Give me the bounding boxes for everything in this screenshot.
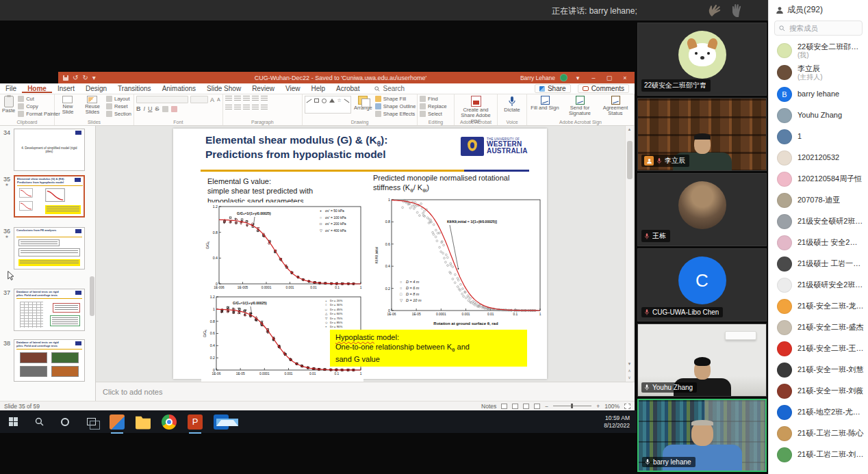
task-view-button[interactable]: [78, 410, 104, 433]
member-row-16[interactable]: 21硕-安全一班-刘薇: [769, 380, 868, 401]
new-slide-button[interactable]: New Slide: [57, 96, 79, 115]
font-name-select[interactable]: [136, 96, 188, 103]
member-row-10[interactable]: 21级硕士 工岩一班张依杰: [769, 253, 868, 274]
slide-thumbnail-34[interactable]: 4. Development of simplified model (rigi…: [14, 129, 85, 171]
find-button[interactable]: Find: [420, 96, 447, 102]
thumbnail-row-35[interactable]: 35★Elemental shear modulus (G) & (Kθ): P…: [0, 175, 85, 218]
member-search-box[interactable]: [774, 21, 863, 36]
shrink-font-button[interactable]: A: [217, 97, 220, 102]
reset-button[interactable]: Reset: [106, 103, 131, 109]
zoom-level[interactable]: 100%: [604, 403, 620, 410]
layout-button[interactable]: Layout: [106, 96, 131, 102]
slide-sorter-view-button[interactable]: [512, 404, 518, 409]
previous-slide-button[interactable]: ∧: [628, 368, 630, 373]
video-tile-1[interactable]: 李立辰: [637, 98, 767, 171]
shape-outline-button[interactable]: Shape Outline: [375, 103, 416, 109]
video-tile-4[interactable]: Youhu Zhang: [637, 324, 767, 397]
tab-home[interactable]: Home: [22, 84, 52, 93]
shapes-gallery[interactable]: ☆: [305, 96, 351, 114]
member-row-2[interactable]: Bbarry lehane: [769, 83, 868, 105]
member-row-7[interactable]: 207078-迪亚: [769, 189, 868, 211]
restore-button[interactable]: ▢: [604, 75, 615, 81]
minimize-button[interactable]: –: [588, 75, 599, 81]
share-button[interactable]: Share: [535, 84, 571, 93]
undo-icon[interactable]: ↺: [73, 74, 78, 81]
scrollbar-thumb[interactable]: [627, 141, 633, 179]
tab-animations[interactable]: Animations: [157, 84, 201, 93]
agreement-status-button[interactable]: Agreement Status: [599, 96, 632, 117]
tab-review[interactable]: Review: [246, 84, 280, 93]
taskbar-app-chrome[interactable]: [156, 410, 182, 433]
slide-thumbnail-35[interactable]: Elemental shear modulus (G) & (Kθ): Pred…: [14, 175, 85, 218]
member-row-17[interactable]: 21硕-地空2班-尤安琪: [769, 401, 868, 423]
reading-view-button[interactable]: [523, 404, 529, 409]
slide-thumbnail-37[interactable]: Database of lateral tests on rigid piles…: [14, 289, 85, 331]
zoom-in-button[interactable]: +: [596, 403, 600, 410]
scroll-up-icon[interactable]: ▲: [628, 127, 632, 131]
thumbnail-row-36[interactable]: 36★Conclusions from FE analyses: [0, 227, 85, 269]
font-color-icon[interactable]: [171, 106, 177, 112]
taskbar-app-photos[interactable]: [208, 410, 234, 433]
qat-caret-icon[interactable]: ▾: [92, 74, 96, 81]
video-tile-2[interactable]: 王栋: [637, 173, 767, 246]
paste-button[interactable]: Paste: [2, 96, 15, 114]
close-button[interactable]: ×: [620, 75, 630, 81]
slideshow-view-button[interactable]: [534, 404, 540, 409]
slide-thumbnail-36[interactable]: Conclusions from FE analyses: [14, 227, 85, 269]
thumbnail-row-38[interactable]: 38Database of lateral tests on rigid pil…: [0, 339, 85, 382]
italic-button[interactable]: I: [144, 105, 146, 112]
shape-effects-button[interactable]: Shape Effects: [375, 111, 416, 117]
member-row-5[interactable]: 1202120532: [769, 147, 868, 168]
cortana-button[interactable]: [52, 410, 78, 433]
align-center-icon[interactable]: [234, 105, 241, 110]
decrease-indent-icon[interactable]: [243, 96, 250, 101]
strikethrough-button[interactable]: S: [155, 105, 159, 112]
character-spacing-icon[interactable]: [162, 106, 168, 112]
tab-view[interactable]: View: [280, 84, 306, 93]
tab-slide-show[interactable]: Slide Show: [201, 84, 246, 93]
slide-canvas[interactable]: Elemental shear modulus (G) & (Kθ): Pred…: [173, 129, 547, 379]
member-row-15[interactable]: 21硕-安全一班-刘慧: [769, 359, 868, 380]
shape-fill-button[interactable]: Shape Fill: [375, 96, 416, 102]
grow-font-button[interactable]: A: [210, 96, 214, 103]
member-row-13[interactable]: 21硕-安全二班-盛杰: [769, 317, 868, 338]
redo-icon[interactable]: ↻: [82, 74, 88, 81]
next-slide-button[interactable]: ∨: [628, 375, 630, 380]
align-left-icon[interactable]: [225, 105, 232, 110]
notes-toggle-button[interactable]: Notes: [481, 403, 496, 410]
taskbar-clock[interactable]: 10:59 AM 8/12/2022: [604, 414, 637, 429]
ribbon-display-button[interactable]: ▾: [572, 75, 583, 81]
underline-button[interactable]: U: [148, 105, 153, 112]
taskbar-app-powerpoint[interactable]: P: [182, 410, 208, 433]
member-row-1[interactable]: 李立辰(主持人): [769, 62, 868, 83]
comments-button[interactable]: Comments: [578, 84, 629, 93]
normal-view-button[interactable]: [501, 404, 507, 409]
thumbnail-row-34[interactable]: 344. Development of simplified model (ri…: [0, 129, 85, 171]
tab-design[interactable]: Design: [80, 84, 112, 93]
video-tile-3[interactable]: CCUG-UWA-Libo Chen: [637, 248, 767, 321]
member-row-3[interactable]: Youhu Zhang: [769, 105, 868, 126]
save-icon[interactable]: [63, 75, 68, 81]
member-row-19[interactable]: 21硕-工岩二班-刘金阳: [769, 444, 868, 465]
start-button[interactable]: [0, 410, 26, 433]
align-right-icon[interactable]: [243, 105, 250, 110]
member-row-12[interactable]: 21硕-安全二班-龙镜元: [769, 295, 868, 317]
ribbon-search[interactable]: Search: [374, 85, 405, 92]
zoom-slider[interactable]: [553, 406, 591, 406]
tab-file[interactable]: File: [0, 84, 22, 93]
reuse-slides-button[interactable]: Reuse Slides: [81, 96, 103, 115]
bullets-icon[interactable]: [225, 96, 232, 101]
notes-pane[interactable]: Click to add notes: [96, 382, 635, 401]
fit-to-window-button[interactable]: [624, 404, 630, 409]
member-row-0[interactable]: 22硕安全二班邵宁胄(我): [769, 40, 868, 62]
line-spacing-icon[interactable]: [261, 96, 268, 101]
fill-and-sign-button[interactable]: Fill and Sign: [529, 96, 561, 111]
bold-button[interactable]: B: [136, 105, 141, 112]
zoom-out-button[interactable]: −: [545, 403, 548, 410]
dictate-button[interactable]: Dictate: [500, 96, 524, 113]
send-for-signature-button[interactable]: Send for Signature: [563, 96, 596, 117]
numbering-icon[interactable]: [234, 96, 241, 101]
member-row-14[interactable]: 21硕-安全二班-王昌昊: [769, 338, 868, 359]
replace-button[interactable]: Replace: [420, 103, 447, 109]
format-painter-button[interactable]: Format Painter: [18, 111, 60, 117]
